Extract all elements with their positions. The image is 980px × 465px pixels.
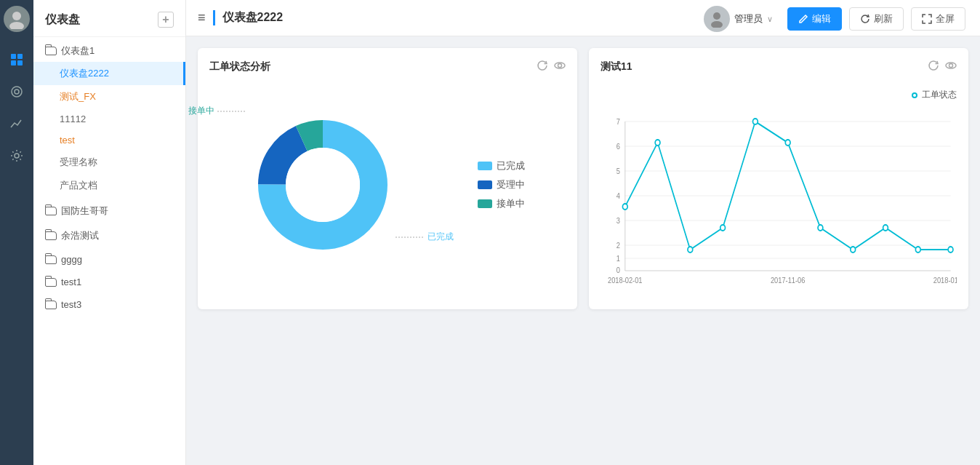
card2-eye-icon[interactable] [945,60,957,74]
sidebar-item-产品文档[interactable]: 产品文档 [33,174,185,197]
fullscreen-button[interactable]: 全屏 [911,7,965,31]
folder-icon-4 [45,255,57,264]
card-工单状态分析: 工单状态分析 [198,48,577,309]
sidebar-item-受理名称[interactable]: 受理名称 [33,151,185,174]
svg-point-44 [883,225,888,231]
svg-point-37 [655,140,660,146]
svg-point-12 [558,64,562,68]
folder-label-6[interactable]: test3 [33,292,185,314]
nav-icon-settings[interactable] [4,143,30,169]
edit-label: 编辑 [812,12,831,25]
folder-label-5[interactable]: test1 [33,269,185,292]
svg-text:3: 3 [616,216,620,225]
svg-point-43 [851,247,856,253]
legend-color-已完成 [478,162,492,170]
svg-point-45 [915,247,920,253]
folder-group-3: 余浩测试 [33,222,185,247]
donut-legend: 已完成 受理中 接单中 [478,159,525,210]
line-chart-legend: 工单状态 [601,89,957,101]
svg-text:6: 6 [616,142,620,151]
sidebar-item-11112[interactable]: 11112 [33,108,185,130]
svg-text:2017-11-06: 2017-11-06 [771,276,806,285]
folder-name-2: 国防生哥哥 [61,204,108,218]
sidebar-item-测试fx[interactable]: 测试_FX [33,85,185,108]
card-测试11: 测试11 [589,48,968,309]
svg-point-39 [720,225,726,231]
folder-icon-1 [45,47,57,55]
fullscreen-icon [922,14,932,24]
legend-color-受理中 [478,180,492,189]
card1-refresh-icon[interactable] [537,60,548,74]
folder-icon-5 [45,278,57,287]
card1-title: 工单状态分析 [209,60,270,73]
top-nav: ≡ 仪表盘2222 管理员 ∨ 编辑 [186,0,980,36]
folder-group-5: test1 [33,269,185,292]
nav-icon-monitor[interactable] [4,79,30,105]
nav-avatar[interactable] [4,6,30,32]
vertical-nav [0,0,33,465]
folder-name-5: test1 [61,277,81,287]
svg-point-8 [15,154,19,158]
svg-point-1 [9,22,24,29]
legend-label-受理中: 受理中 [497,178,525,191]
line-chart-container: 工单状态 7 6 5 4 3 2 [601,83,957,298]
folder-label-2[interactable]: 国防生哥哥 [33,197,185,222]
legend-item-受理中: 受理中 [478,178,525,191]
svg-point-7 [15,90,19,94]
nav-icon-chart[interactable] [4,111,30,137]
folder-name-1: 仪表盘1 [61,44,95,57]
page-title: 仪表盘2222 [213,10,284,25]
svg-point-9 [713,12,720,20]
svg-point-46 [948,247,953,253]
fullscreen-label: 全屏 [936,12,955,25]
refresh-button[interactable]: 刷新 [849,7,904,31]
folder-label-3[interactable]: 余浩测试 [33,222,185,247]
card2-refresh-icon[interactable] [928,60,939,74]
svg-point-6 [12,87,22,97]
legend-item-已完成: 已完成 [478,159,525,172]
folder-group-2: 国防生哥哥 [33,197,185,222]
nav-icon-dashboard[interactable] [4,47,30,73]
card2-header: 测试11 [601,60,957,74]
folder-group-6: test3 [33,292,185,314]
hamburger-icon[interactable]: ≡ [198,10,206,25]
folder-group-1: 仪表盘1 仪表盘2222 测试_FX 11112 test 受理名称 产品文档 [33,37,185,197]
svg-rect-2 [11,54,16,59]
sidebar-item-仪表盘2222[interactable]: 仪表盘2222 [33,62,185,85]
legend-item-接单中: 接单中 [478,197,525,210]
refresh-label: 刷新 [874,12,893,25]
svg-point-18 [949,64,953,68]
card2-actions [928,60,957,74]
folder-label-4[interactable]: gggg [33,247,185,269]
svg-text:1: 1 [616,254,620,263]
svg-point-38 [688,247,693,253]
sidebar-add-button[interactable]: + [158,12,174,28]
svg-point-42 [818,225,823,231]
card1-eye-icon[interactable] [554,60,566,74]
line-chart-svg: 7 6 5 4 3 2 1 0 [601,107,957,289]
folder-icon-2 [45,207,57,215]
donut-label-接单中: 接单中 [188,105,246,117]
donut-svg [250,112,395,258]
sidebar-item-test[interactable]: test [33,130,185,151]
svg-text:4: 4 [616,191,620,200]
folder-label-1[interactable]: 仪表盘1 [33,37,185,62]
folder-name-3: 余浩测试 [61,229,99,242]
folder-icon-3 [45,231,57,240]
sidebar-scroll: 仪表盘1 仪表盘2222 测试_FX 11112 test 受理名称 产品文档 … [33,37,185,465]
header-avatar [704,6,730,32]
refresh-icon [860,14,870,24]
folder-group-4: gggg [33,247,185,269]
donut-chart-container: 接单中 [209,83,566,287]
svg-rect-3 [17,54,23,59]
content-area: 工单状态分析 [186,36,980,465]
svg-point-16 [286,148,360,222]
card1-actions [537,60,566,74]
sidebar: 仪表盘 + 仪表盘1 仪表盘2222 测试_FX 11112 test 受理名称… [33,0,186,465]
card1-header: 工单状态分析 [209,60,566,74]
folder-name-4: gggg [61,254,82,265]
edit-button[interactable]: 编辑 [787,7,842,31]
main-content: ≡ 仪表盘2222 管理员 ∨ 编辑 [186,0,980,465]
svg-rect-4 [11,60,16,65]
svg-point-0 [12,12,21,20]
